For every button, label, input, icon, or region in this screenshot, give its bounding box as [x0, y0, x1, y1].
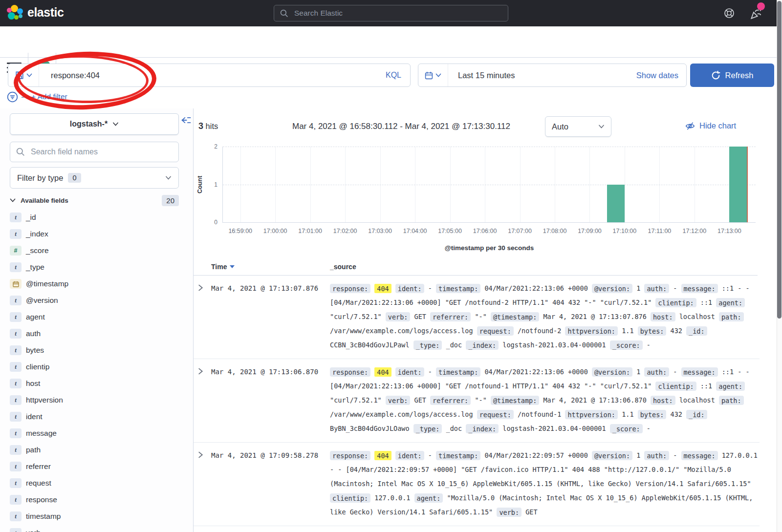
text-type-icon: t — [10, 379, 22, 388]
field-name: request — [26, 479, 51, 488]
saved-query-menu-button[interactable] — [8, 64, 39, 86]
index-pattern-selector[interactable]: logstash-* — [10, 113, 179, 135]
x-tick-label: 17:08:00 — [543, 228, 567, 234]
type-filter-count-badge: 0 — [68, 173, 81, 183]
field-name: @timestamp — [26, 279, 68, 288]
field-item-response[interactable]: tresponse — [10, 491, 179, 508]
field-badge: clientip: — [655, 298, 696, 307]
field-item-ident[interactable]: tident — [10, 408, 179, 425]
fields-list: t_idt_index#_scoret_type@timestampt@vers… — [10, 209, 179, 532]
chevron-down-icon — [598, 125, 605, 129]
field-name: host — [26, 379, 40, 388]
histogram-bar — [607, 185, 625, 223]
field-item-agent[interactable]: tagent — [10, 309, 179, 325]
field-item-_score[interactable]: #_score — [10, 242, 179, 259]
collapse-sidebar-icon[interactable] — [181, 116, 191, 125]
calendar-icon — [425, 71, 433, 80]
show-dates-button[interactable]: Show dates — [636, 71, 686, 80]
field-badge: httpversion: — [565, 410, 618, 419]
field-item-path[interactable]: tpath — [10, 442, 179, 458]
global-search[interactable] — [274, 5, 508, 21]
date-quick-menu-button[interactable] — [418, 64, 448, 86]
text-type-icon: t — [10, 462, 22, 471]
expand-row-icon[interactable] — [198, 284, 203, 291]
field-search-input[interactable] — [30, 147, 173, 157]
scrollbar-thumb[interactable] — [777, 1, 782, 319]
field-item-@timestamp[interactable]: @timestamp — [10, 276, 179, 292]
gridline — [223, 147, 756, 147]
field-badge: path: — [719, 396, 744, 405]
y-axis-title: Count — [196, 175, 203, 193]
x-tick-label: 17:10:00 — [613, 228, 637, 234]
field-item-bytes[interactable]: tbytes — [10, 342, 179, 359]
help-icon[interactable] — [723, 7, 735, 19]
search-icon — [16, 148, 25, 156]
field-badge: httpversion: — [565, 326, 618, 336]
global-search-input[interactable] — [293, 8, 502, 18]
text-type-icon: t — [10, 229, 22, 239]
histogram-bar — [729, 147, 747, 222]
x-tick-label: 17:12:00 — [683, 228, 707, 234]
table-row: Mar 4, 2021 @ 17:13:06.870response: 404 … — [194, 359, 760, 443]
save-query-icon — [15, 71, 24, 80]
field-item-_id[interactable]: t_id — [10, 209, 179, 226]
elastic-logo[interactable] — [7, 5, 23, 21]
field-badge: message: — [681, 451, 718, 460]
doc-source: response: 404 ident: - timestamp: 04/Mar… — [330, 281, 758, 352]
available-fields-header[interactable]: Available fields 20 — [10, 193, 179, 207]
interval-select[interactable]: Auto — [545, 116, 611, 137]
expand-row-icon[interactable] — [198, 368, 203, 375]
field-badge: @timestamp: — [491, 312, 539, 321]
time-range-value[interactable]: Last 15 minutes — [448, 71, 515, 80]
field-item-timestamp[interactable]: ttimestamp — [10, 508, 179, 525]
text-type-icon: t — [10, 445, 22, 455]
field-search[interactable] — [10, 142, 179, 162]
query-input[interactable] — [39, 70, 386, 81]
hide-chart-button[interactable]: Hide chart — [685, 121, 736, 130]
search-icon — [280, 9, 288, 18]
field-badge: verb: — [386, 312, 411, 321]
time-range-end-marker — [747, 147, 748, 222]
histogram-chart: Count @timestamp per 30 seconds 16:59:00… — [222, 147, 756, 223]
field-item-clientip[interactable]: tclientip — [10, 359, 179, 375]
fields-count-badge: 20 — [162, 195, 179, 206]
field-item-message[interactable]: tmessage — [10, 425, 179, 442]
field-badge: timestamp: — [436, 451, 480, 460]
field-item-request[interactable]: trequest — [10, 475, 179, 491]
text-type-icon: t — [10, 262, 22, 272]
expand-row-icon[interactable] — [198, 451, 203, 458]
refresh-button[interactable]: Refresh — [690, 64, 774, 87]
highlighted-value: 404 — [374, 451, 391, 460]
hits-count: 3 hits — [198, 121, 218, 131]
field-item-auth[interactable]: tauth — [10, 325, 179, 342]
field-name: @version — [26, 296, 58, 305]
number-type-icon: # — [10, 246, 22, 255]
field-item-verb[interactable]: tverb — [10, 525, 179, 532]
filter-menu-icon[interactable] — [7, 91, 18, 103]
filter-by-type-select[interactable]: Filter by type 0 — [10, 167, 179, 189]
field-badge: agent: — [414, 493, 443, 503]
field-badge: referrer: — [430, 396, 471, 405]
field-item-referrer[interactable]: treferrer — [10, 458, 179, 475]
field-badge: referrer: — [430, 312, 471, 321]
field-item-_index[interactable]: t_index — [10, 226, 179, 242]
text-type-icon: t — [10, 528, 22, 532]
field-badge: ident: — [395, 367, 424, 377]
field-item-@version[interactable]: t@version — [10, 292, 179, 309]
field-item-host[interactable]: thost — [10, 375, 179, 392]
field-badge: request: — [477, 326, 514, 336]
eye-closed-icon — [685, 122, 695, 130]
field-item-httpversion[interactable]: thttpversion — [10, 392, 179, 408]
query-language-button[interactable]: KQL — [386, 71, 410, 80]
column-header-source: _source — [330, 263, 356, 271]
add-filter-button[interactable]: + Add filter — [31, 92, 67, 101]
field-badge: _index: — [466, 424, 499, 433]
field-item-_type[interactable]: t_type — [10, 259, 179, 276]
column-header-time[interactable]: Time — [211, 263, 235, 271]
field-name: agent — [26, 313, 45, 321]
field-badge: _id: — [686, 326, 707, 336]
x-tick-label: 16:59:00 — [228, 228, 252, 234]
highlighted-value: 404 — [374, 284, 391, 293]
field-badge: _index: — [466, 340, 499, 350]
field-name: auth — [26, 329, 41, 338]
